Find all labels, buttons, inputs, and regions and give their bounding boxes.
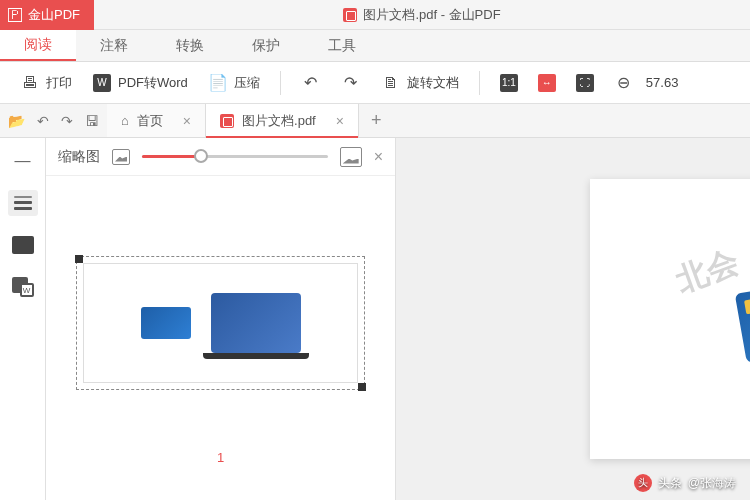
pdf-to-word-button[interactable]: W PDF转Word — [84, 69, 196, 97]
thumbnail-size-slider[interactable] — [142, 155, 328, 158]
rotate-right-button[interactable]: ↷ — [333, 69, 369, 97]
toolbar: 🖶 打印 W PDF转Word 📄 压缩 ↶ ↷ 🗎 旋转文档 1:1 ↔ ⛶ … — [0, 62, 750, 104]
menu-tools[interactable]: 工具 — [304, 30, 380, 61]
sidebar-rail: — W — [0, 138, 46, 500]
close-tab-icon[interactable]: × — [183, 113, 191, 129]
fit-actual-button[interactable]: 1:1 — [492, 70, 526, 96]
compress-icon: 📄 — [208, 73, 228, 93]
rotate-doc-icon: 🗎 — [381, 73, 401, 93]
laptop-graphic — [211, 293, 301, 353]
print-icon: 🖶 — [20, 73, 40, 93]
page-graphic — [710, 274, 750, 364]
image-small-icon[interactable] — [112, 149, 130, 165]
menu-convert[interactable]: 转换 — [152, 30, 228, 61]
rail-collapse-button[interactable]: — — [8, 148, 38, 174]
attachment-icon: W — [12, 277, 34, 297]
menu-bar: 阅读 注释 转换 保护 工具 — [0, 30, 750, 62]
toutiao-icon: 头 — [634, 474, 652, 492]
rotate-left-icon: ↶ — [301, 73, 321, 93]
thumbnail-title: 缩略图 — [58, 148, 100, 166]
thumbnail-image — [83, 263, 358, 383]
compress-button[interactable]: 📄 压缩 — [200, 69, 268, 97]
home-icon: ⌂ — [121, 113, 129, 128]
zoom-out-button[interactable]: ⊖ — [606, 69, 642, 97]
fit-width-icon: ↔ — [538, 74, 556, 92]
document-page — [590, 179, 750, 459]
tab-home[interactable]: ⌂ 首页 × — [107, 104, 206, 137]
thumbnail-header: 缩略图 × — [46, 138, 395, 176]
divider — [280, 71, 281, 95]
word-icon: W — [92, 73, 112, 93]
bookmark-icon — [12, 236, 34, 254]
rotate-right-icon: ↷ — [341, 73, 361, 93]
tab-bar: 📂 ↶ ↷ 🖫 ⌂ 首页 × 图片文档.pdf × + — [0, 104, 750, 138]
tab-document[interactable]: 图片文档.pdf × — [206, 104, 359, 137]
rotate-left-button[interactable]: ↶ — [293, 69, 329, 97]
pdf-logo-icon: 🄿 — [8, 7, 22, 23]
window-title: 图片文档.pdf - 金山PDF — [94, 6, 750, 24]
list-icon — [14, 196, 32, 210]
pdf-file-icon — [220, 114, 234, 128]
close-panel-icon[interactable]: × — [374, 148, 383, 166]
credit-card-graphic — [735, 275, 750, 363]
thumbnail-list: 1 — [46, 176, 395, 500]
slider-thumb[interactable] — [194, 149, 208, 163]
open-icon[interactable]: 📂 — [8, 113, 25, 129]
undo-icon[interactable]: ↶ — [37, 113, 49, 129]
thumbnail-page-1[interactable] — [76, 256, 365, 390]
fit-page-button[interactable]: ⛶ — [568, 70, 602, 96]
fit-width-button[interactable]: ↔ — [530, 70, 564, 96]
menu-annotate[interactable]: 注释 — [76, 30, 152, 61]
card-graphic — [141, 307, 191, 339]
thumbnail-panel: 缩略图 × 1 — [46, 138, 396, 500]
rail-attachments-button[interactable]: W — [8, 274, 38, 300]
close-tab-icon[interactable]: × — [336, 113, 344, 129]
menu-protect[interactable]: 保护 — [228, 30, 304, 61]
print-button[interactable]: 🖶 打印 — [12, 69, 80, 97]
document-view[interactable]: 北会 — [396, 138, 750, 500]
app-name: 金山PDF — [28, 6, 80, 24]
image-large-icon[interactable] — [340, 147, 362, 167]
zoom-value[interactable]: 57.63 — [646, 75, 679, 90]
app-logo: 🄿 金山PDF — [0, 0, 94, 30]
zoom-out-icon: ⊖ — [614, 73, 634, 93]
divider — [479, 71, 480, 95]
new-tab-button[interactable]: + — [359, 104, 394, 137]
pdf-file-icon — [343, 8, 357, 22]
rail-bookmarks-button[interactable] — [8, 232, 38, 258]
attribution: 头 头条 @张海涛 — [634, 474, 736, 492]
rotate-doc-button[interactable]: 🗎 旋转文档 — [373, 69, 467, 97]
menu-read[interactable]: 阅读 — [0, 30, 76, 61]
fit-page-icon: ⛶ — [576, 74, 594, 92]
quick-tools: 📂 ↶ ↷ 🖫 — [0, 104, 107, 137]
redo-icon[interactable]: ↷ — [61, 113, 73, 129]
save-icon[interactable]: 🖫 — [85, 113, 99, 129]
workspace: — W 缩略图 × — [0, 138, 750, 500]
title-bar: 🄿 金山PDF 图片文档.pdf - 金山PDF — [0, 0, 750, 30]
fit-actual-icon: 1:1 — [500, 74, 518, 92]
rail-thumbnails-button[interactable] — [8, 190, 38, 216]
page-number: 1 — [76, 450, 365, 465]
